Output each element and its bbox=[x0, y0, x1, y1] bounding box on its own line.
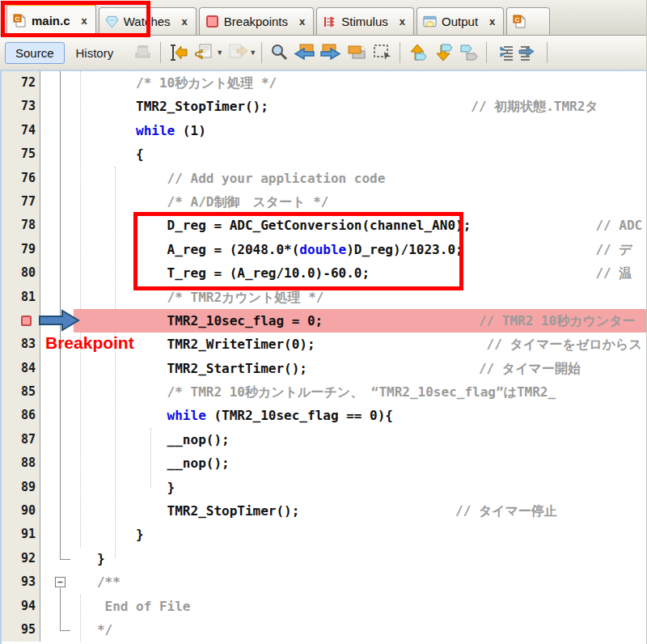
diff-icon bbox=[131, 41, 155, 64]
tab-breakpoints[interactable]: Breakpointsx bbox=[199, 7, 314, 35]
tab-stimulus[interactable]: Stimulusx bbox=[316, 7, 414, 35]
code-text[interactable]: TMR2_StopTimer(); // タイマー停止 bbox=[74, 499, 646, 523]
line-number[interactable]: 84 bbox=[2, 357, 40, 380]
code-line: 76 // Add your application code bbox=[2, 167, 646, 190]
line-number[interactable]: 81 bbox=[2, 286, 40, 309]
shift-right-icon[interactable] bbox=[518, 41, 542, 64]
back-icon[interactable] bbox=[192, 41, 216, 64]
code-text[interactable]: /** bbox=[74, 570, 646, 594]
code-text[interactable]: */ bbox=[74, 618, 646, 642]
line-number[interactable]: 86 bbox=[2, 404, 40, 427]
tab-close-icon[interactable]: x bbox=[182, 15, 188, 28]
code-text[interactable]: } bbox=[74, 523, 646, 546]
line-number[interactable]: 90 bbox=[2, 499, 40, 523]
toolbar-separator bbox=[486, 42, 487, 63]
tab-partial[interactable]: C bbox=[506, 7, 550, 35]
code-line-breakpoint: TMR2_10sec_flag = 0; // TMR2 10秒カウンター bbox=[2, 309, 646, 333]
tab-close-icon[interactable]: x bbox=[299, 15, 305, 28]
code-line: 95 */ bbox=[2, 618, 646, 642]
annotation-box-adc-code bbox=[133, 212, 463, 290]
toolbar-separator bbox=[261, 42, 262, 63]
line-number[interactable]: 85 bbox=[2, 380, 40, 404]
code-line: 94 End of File bbox=[2, 595, 646, 618]
code-text[interactable]: /* A/D制御 スタート */ bbox=[74, 190, 646, 214]
history-view-button[interactable]: History bbox=[68, 43, 122, 63]
line-number[interactable]: 76 bbox=[2, 167, 40, 190]
line-number[interactable]: 95 bbox=[2, 618, 40, 642]
code-line: 91 } bbox=[2, 523, 646, 546]
select-rectangular-icon[interactable] bbox=[370, 41, 395, 64]
toolbar-separator bbox=[400, 42, 400, 63]
line-number[interactable]: 91 bbox=[2, 523, 40, 546]
code-line: 85 /* TMR2 10秒カントルーチン、 “TMR2_10sec_flag”… bbox=[2, 380, 646, 404]
toggle-bookmark-icon[interactable] bbox=[457, 41, 481, 64]
code-text[interactable]: while (TMR2_10sec_flag == 0){ bbox=[74, 404, 646, 427]
line-number[interactable]: 79 bbox=[2, 238, 40, 261]
c-file-icon: C bbox=[513, 15, 526, 28]
code-text[interactable]: TMR2_10sec_flag = 0; // TMR2 10秒カウンター bbox=[74, 309, 646, 333]
code-line: 92 } bbox=[2, 547, 646, 570]
forward-icon bbox=[225, 41, 249, 64]
code-line: 77 /* A/D制御 スタート */ bbox=[2, 190, 646, 214]
line-number[interactable]: 88 bbox=[2, 451, 40, 475]
breakpoint-glyph-icon[interactable] bbox=[21, 316, 32, 326]
code-editor[interactable]: 72 /* 10秒カント処理 */73 TMR2_StopTimer(); //… bbox=[0, 71, 646, 644]
line-number[interactable]: 77 bbox=[2, 190, 40, 214]
line-number[interactable]: 94 bbox=[2, 595, 40, 618]
code-text[interactable]: { bbox=[74, 142, 646, 166]
line-number[interactable]: 89 bbox=[2, 476, 40, 499]
breakpoint-gutter-cell[interactable] bbox=[2, 309, 40, 333]
line-number[interactable]: 87 bbox=[2, 428, 40, 451]
line-number[interactable]: 92 bbox=[2, 547, 40, 570]
tab-close-icon[interactable]: x bbox=[489, 15, 495, 28]
code-text[interactable]: /* 10秒カント処理 */ bbox=[74, 71, 646, 95]
toggle-highlight-icon[interactable] bbox=[345, 41, 369, 64]
fold-line-end bbox=[60, 559, 70, 560]
code-line: 90 TMR2_StopTimer(); // タイマー停止 bbox=[2, 499, 646, 523]
line-number[interactable]: 72 bbox=[2, 71, 40, 95]
find-next-icon[interactable] bbox=[319, 41, 343, 64]
code-text[interactable]: } bbox=[74, 476, 646, 499]
find-selection-icon[interactable] bbox=[267, 41, 291, 64]
tab-output[interactable]: Outputx bbox=[417, 7, 504, 35]
shift-left-icon[interactable] bbox=[492, 41, 516, 64]
dropdown-caret-icon[interactable]: ▼ bbox=[216, 49, 223, 57]
code-line: 84 TMR2_StartTimer(); // タイマー開始 bbox=[2, 357, 646, 380]
code-text[interactable]: // Add your application code bbox=[74, 167, 646, 190]
source-view-button[interactable]: Source bbox=[5, 42, 65, 64]
code-text[interactable]: __nop(); bbox=[74, 428, 646, 451]
last-edit-icon[interactable] bbox=[166, 41, 190, 64]
line-number[interactable]: 78 bbox=[2, 214, 40, 237]
code-text[interactable]: __nop(); bbox=[74, 451, 646, 475]
code-line: 87 __nop(); bbox=[2, 428, 646, 451]
code-rows: 72 /* 10秒カント処理 */73 TMR2_StopTimer(); //… bbox=[2, 71, 646, 642]
code-text[interactable]: TMR2_WriteTimer(0); // タイマーをゼロからス bbox=[74, 333, 646, 356]
find-previous-icon[interactable] bbox=[293, 41, 317, 64]
code-text[interactable]: } bbox=[74, 547, 646, 570]
code-line: 73 TMR2_StopTimer(); // 初期状態.TMR2タ bbox=[2, 95, 646, 118]
line-number[interactable]: 83 bbox=[2, 333, 40, 356]
line-number[interactable]: 75 bbox=[2, 142, 40, 166]
line-number[interactable]: 80 bbox=[2, 261, 40, 285]
line-number[interactable]: 73 bbox=[2, 95, 40, 118]
dropdown-caret-icon[interactable]: ▼ bbox=[249, 49, 256, 57]
ide-window: Cmain.cxWatchesxBreakpointsxStimulusxOut… bbox=[0, 0, 647, 644]
previous-bookmark-icon[interactable] bbox=[405, 41, 429, 64]
line-number[interactable]: 74 bbox=[2, 119, 40, 142]
code-line: 72 /* 10秒カント処理 */ bbox=[2, 71, 646, 95]
tab-close-icon[interactable]: x bbox=[400, 15, 405, 28]
fold-collapse-button[interactable]: − bbox=[55, 577, 66, 587]
tab-label: Breakpoints bbox=[224, 15, 288, 28]
code-text[interactable]: /* TMR2 10秒カントルーチン、 “TMR2_10sec_flag”はTM… bbox=[74, 380, 646, 404]
code-line: 88 __nop(); bbox=[2, 451, 646, 475]
code-text[interactable]: while (1) bbox=[74, 119, 646, 142]
code-line: 93 /** bbox=[2, 570, 646, 594]
tab-label: Output bbox=[442, 15, 478, 28]
code-text[interactable]: End of File bbox=[74, 595, 646, 618]
output-window-icon bbox=[423, 15, 437, 28]
next-bookmark-icon[interactable] bbox=[431, 41, 455, 64]
code-text[interactable]: TMR2_StartTimer(); // タイマー開始 bbox=[74, 357, 646, 380]
line-number[interactable]: 93 bbox=[2, 570, 40, 594]
code-text[interactable]: TMR2_StopTimer(); // 初期状態.TMR2タ bbox=[74, 95, 646, 118]
code-line: 74 while (1) bbox=[2, 119, 646, 142]
